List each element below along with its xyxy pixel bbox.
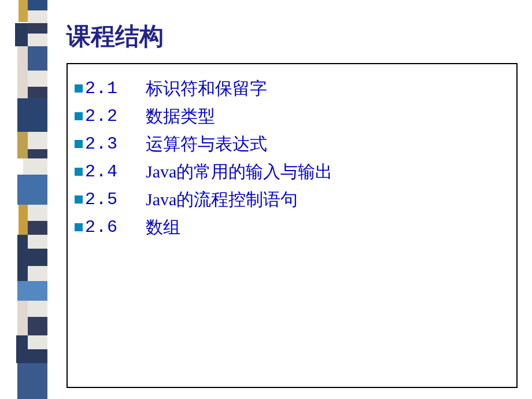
- decorative-block: [28, 23, 47, 34]
- decorative-block: [15, 23, 28, 46]
- item-number: 2.6: [85, 213, 118, 241]
- decorative-block: [28, 221, 47, 235]
- decorative-sidebar: [0, 0, 49, 399]
- bullet-icon: [75, 140, 83, 148]
- bullet-icon: [75, 84, 83, 93]
- decorative-block: [17, 235, 28, 281]
- list-item: 2.1标识符和保留字: [75, 75, 509, 102]
- decorative-block: [28, 71, 47, 87]
- decorative-block: [17, 46, 28, 98]
- item-text: Java的常用的输入与输出: [146, 158, 332, 186]
- item-number: 2.5: [85, 186, 118, 213]
- decorative-block: [28, 10, 47, 23]
- main-content: 课程结构 2.1标识符和保留字2.2数据类型2.3运算符与表达式2.4Java的…: [66, 20, 518, 388]
- decorative-block: [28, 87, 47, 98]
- decorative-block: [28, 301, 47, 317]
- item-text: Java的流程控制语句: [146, 186, 298, 213]
- list-item: 2.6数组: [75, 213, 509, 241]
- page-title: 课程结构: [66, 20, 518, 53]
- item-text: 运算符与表达式: [146, 130, 267, 158]
- bullet-icon: [75, 112, 83, 120]
- decorative-block: [17, 175, 47, 205]
- outline-list: 2.1标识符和保留字2.2数据类型2.3运算符与表达式2.4Java的常用的输入…: [75, 75, 509, 241]
- decorative-block: [17, 132, 28, 158]
- item-number: 2.3: [85, 130, 118, 158]
- decorative-block: [17, 363, 47, 399]
- decorative-block: [28, 149, 47, 158]
- item-text: 数据类型: [146, 102, 215, 130]
- decorative-block: [28, 205, 47, 221]
- bullet-icon: [75, 223, 83, 231]
- decorative-block: [17, 281, 47, 301]
- decorative-block: [16, 335, 28, 363]
- decorative-block: [28, 317, 47, 335]
- list-item: 2.2数据类型: [75, 102, 509, 130]
- decorative-block: [28, 0, 47, 10]
- item-text: 标识符和保留字: [146, 75, 267, 102]
- decorative-block: [28, 46, 47, 71]
- decorative-block: [23, 158, 47, 175]
- decorative-block: [28, 132, 47, 149]
- decorative-block: [17, 98, 47, 132]
- content-box: 2.1标识符和保留字2.2数据类型2.3运算符与表达式2.4Java的常用的输入…: [66, 63, 518, 388]
- list-item: 2.5Java的流程控制语句: [75, 186, 509, 213]
- item-number: 2.2: [85, 102, 118, 130]
- list-item: 2.3运算符与表达式: [75, 130, 509, 158]
- list-item: 2.4Java的常用的输入与输出: [75, 158, 509, 186]
- bullet-icon: [75, 195, 83, 204]
- decorative-block: [17, 301, 28, 335]
- item-number: 2.4: [85, 158, 118, 186]
- decorative-block: [28, 235, 47, 249]
- decorative-block: [28, 34, 47, 46]
- item-text: 数组: [146, 213, 180, 241]
- bullet-icon: [75, 168, 83, 176]
- decorative-block: [28, 349, 47, 363]
- decorative-block: [19, 0, 28, 22]
- decorative-block: [28, 249, 47, 266]
- decorative-block: [28, 335, 47, 349]
- decorative-block: [28, 266, 47, 281]
- item-number: 2.1: [85, 75, 118, 102]
- decorative-block: [19, 205, 28, 235]
